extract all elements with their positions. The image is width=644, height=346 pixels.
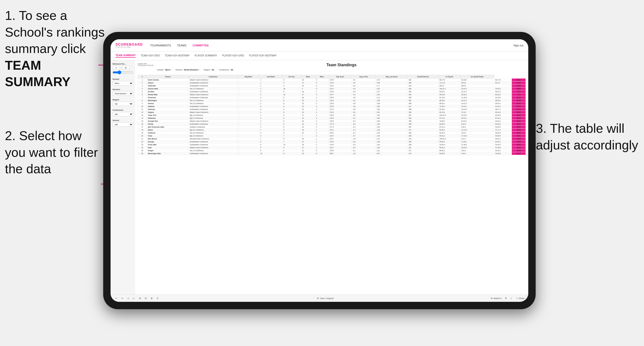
cell-25-13: 4-21-0 bbox=[460, 152, 494, 155]
table-row[interactable]: 3VanderbiltSoutheastern Conference-25236… bbox=[138, 84, 526, 87]
clock-icon[interactable]: ⊙ bbox=[156, 296, 160, 300]
expand-icon[interactable]: ⤢ bbox=[510, 297, 512, 300]
cell-10-12: 82-18-1 bbox=[438, 108, 460, 111]
cell-5-9: -4.4 bbox=[352, 93, 376, 96]
table-row[interactable]: 9ArizonaPac-12 Conference-38223276.3-4.6… bbox=[138, 102, 526, 105]
cell-20-7: 1 bbox=[315, 137, 328, 140]
cell-15-0: 16 bbox=[138, 123, 147, 126]
sub-nav-player-summary[interactable]: PLAYER SUMMARY bbox=[194, 54, 217, 57]
table-row[interactable]: 5Ole MissSoutheastern Conference-3618127… bbox=[138, 90, 526, 93]
view-original-button[interactable]: 👁 View: Original bbox=[317, 297, 334, 300]
cell-25-1: Mississippi State bbox=[147, 152, 189, 155]
cell-13-4: 2 bbox=[259, 117, 282, 120]
cell-0-0: 1 bbox=[138, 79, 147, 81]
undo-icon[interactable]: ↩ bbox=[114, 296, 118, 300]
table-row[interactable]: 11ArkansasSoutheastern Conference-682232… bbox=[138, 108, 526, 111]
table-row[interactable]: 13Texas TechBig 12 Conference-19272276.9… bbox=[138, 114, 526, 117]
cell-12-3: - bbox=[238, 114, 259, 117]
sub-nav-team-summary[interactable]: TEAM SUMMARY bbox=[116, 54, 136, 58]
cell-19-15: 46.91 bbox=[512, 135, 526, 137]
table-row[interactable]: 10AlabamaSoutheastern Conference-5823327… bbox=[138, 105, 526, 108]
table-row[interactable]: 16FloridaSoutheastern Conference-7924427… bbox=[138, 123, 526, 126]
forward-icon[interactable]: ▷ bbox=[132, 296, 136, 300]
cell-0-4: 1 bbox=[259, 79, 282, 81]
table-row[interactable]: 24DukeAtlantic Coast Conference-59271279… bbox=[138, 146, 526, 149]
table-row[interactable]: 19CaliforniaPac-12 Conference-48242278.2… bbox=[138, 132, 526, 135]
cell-20-1: New Mexico bbox=[147, 137, 189, 140]
region-select[interactable]: N/A All bbox=[112, 102, 133, 106]
nav-teams[interactable]: TEAMS bbox=[177, 44, 186, 47]
add-icon[interactable]: ⊕ bbox=[150, 296, 154, 300]
table-row[interactable]: 2AuburnSoutheastern Conference-19276273.… bbox=[138, 81, 526, 84]
table-row[interactable]: 6Florida StateAtlantic Coast Conference-… bbox=[138, 93, 526, 96]
table-row[interactable]: 26Mississippi StateSoutheastern Conferen… bbox=[138, 152, 526, 155]
cell-15-5: 9 bbox=[282, 123, 301, 126]
cell-24-6: 21 bbox=[301, 149, 315, 152]
paste-icon[interactable]: ⊡ bbox=[144, 296, 148, 300]
clipboard-icon[interactable]: ⧉ bbox=[505, 297, 507, 300]
cell-20-12: 109-24-2 bbox=[438, 137, 460, 140]
table-row[interactable]: 12VirginiaAtlantic Coast Conference-3824… bbox=[138, 111, 526, 114]
gender-select[interactable]: Men's Women's bbox=[112, 81, 133, 85]
sub-nav-player-h2h-heatmap[interactable]: PLAYER H2H HEATMAP bbox=[249, 54, 276, 57]
cell-11-14: 35-14-0 bbox=[494, 111, 512, 114]
cell-0-5: 9 bbox=[282, 79, 301, 81]
cell-5-3: - bbox=[238, 93, 259, 96]
copy-icon[interactable]: ⧉ bbox=[138, 296, 142, 300]
table-row[interactable]: 22GeorgiaSoutheastern Conference-8721127… bbox=[138, 140, 526, 143]
share-button[interactable]: ↗ Share bbox=[516, 297, 524, 300]
cell-12-15: 58.34 bbox=[512, 114, 526, 117]
cell-20-13: 9-12-1 bbox=[460, 137, 494, 140]
cell-21-11: 266 bbox=[408, 140, 438, 143]
division-select[interactable]: NCAA Division I NCAA Division II NCAA Di… bbox=[112, 91, 133, 96]
cell-6-8: 279.9 bbox=[329, 96, 352, 99]
cell-23-10: 1.39 bbox=[376, 146, 408, 149]
school-select[interactable]: (All) bbox=[112, 122, 133, 127]
cell-5-8: 275.7 bbox=[329, 93, 352, 96]
instruction-2: 2. Select how you want to filter the dat… bbox=[5, 128, 98, 177]
cell-6-3: - bbox=[238, 96, 259, 99]
table-row[interactable]: 1North CarolinaAtlantic Coast Conference… bbox=[138, 79, 526, 81]
nav-tournaments[interactable]: TOURNAMENTS bbox=[150, 44, 171, 47]
sub-nav-team-h2h-heatmap[interactable]: TEAM H2H HEATMAP bbox=[165, 54, 190, 57]
sub-nav-team-h2h-grid[interactable]: TEAM H2H GRID bbox=[140, 54, 160, 57]
table-row[interactable]: 4Arizona StatePac-12 Conference-12640274… bbox=[138, 87, 526, 90]
cell-7-15: 65.49 bbox=[512, 99, 526, 102]
redo-icon[interactable]: ↪ bbox=[120, 296, 124, 300]
cell-24-13: 9-19-1 bbox=[460, 149, 494, 152]
sign-out-button[interactable]: Sign out bbox=[514, 44, 523, 47]
table-row[interactable]: 18IllinoisBig Ten Conference-19231279.1-… bbox=[138, 129, 526, 132]
table-row[interactable]: 20TexasBig 12 Conference-3770278.7-0.71.… bbox=[138, 135, 526, 137]
sub-nav-player-h2h-grid[interactable]: PLAYER H2H GRID bbox=[222, 54, 244, 57]
nav-committee[interactable]: COMMITTEE bbox=[193, 44, 209, 47]
cell-2-4: 2 bbox=[259, 84, 282, 87]
cell-8-3: - bbox=[238, 102, 259, 105]
table-row[interactable]: 7TennesseeSoutheastern Conference-491822… bbox=[138, 96, 526, 99]
table-row[interactable]: 17East Tennessee StateSouthern Conferenc… bbox=[138, 126, 526, 129]
conference-select[interactable]: (All) bbox=[112, 112, 133, 116]
cell-2-15: 80.58 bbox=[512, 84, 526, 87]
table-row[interactable]: 8WashingtonPac-12 Conference-28231276.3-… bbox=[138, 99, 526, 102]
rank-slider[interactable] bbox=[112, 70, 133, 74]
cell-7-2: Pac-12 Conference bbox=[189, 99, 238, 102]
rank-to-input[interactable] bbox=[122, 66, 130, 70]
table-row[interactable]: 21New MexicoMountain West Conference-182… bbox=[138, 137, 526, 140]
table-row[interactable]: 15Georgia TechAtlantic Coast Conference-… bbox=[138, 120, 526, 123]
cell-21-5: 7 bbox=[282, 140, 301, 143]
cell-2-0: 3 bbox=[138, 84, 147, 87]
table-row[interactable]: 23Texas A&MSoutheastern Conference-91030… bbox=[138, 143, 526, 146]
cell-20-14: 29-20-1 bbox=[494, 137, 512, 140]
cell-24-15: 48.18 bbox=[512, 149, 526, 152]
cell-18-13: 9-14-0 bbox=[460, 132, 494, 135]
cell-13-7: 2 bbox=[315, 117, 328, 120]
cell-5-5: 10 bbox=[282, 93, 301, 96]
table-row[interactable]: 14OklahomaBig 12 Conference-26242278.9-5… bbox=[138, 117, 526, 120]
watch-button[interactable]: 👁 Watch ▾ bbox=[491, 297, 502, 300]
back-icon[interactable]: ◁ bbox=[126, 296, 130, 300]
table-row[interactable]: 25OregonPac-12 Conference-59210279.5-3.1… bbox=[138, 149, 526, 152]
sidebar-rank-range: - bbox=[112, 66, 133, 70]
cell-20-3: - bbox=[238, 137, 259, 140]
cell-25-12: 60-39-2 bbox=[438, 152, 460, 155]
cell-19-3: - bbox=[238, 135, 259, 137]
rank-from-input[interactable] bbox=[112, 66, 120, 70]
